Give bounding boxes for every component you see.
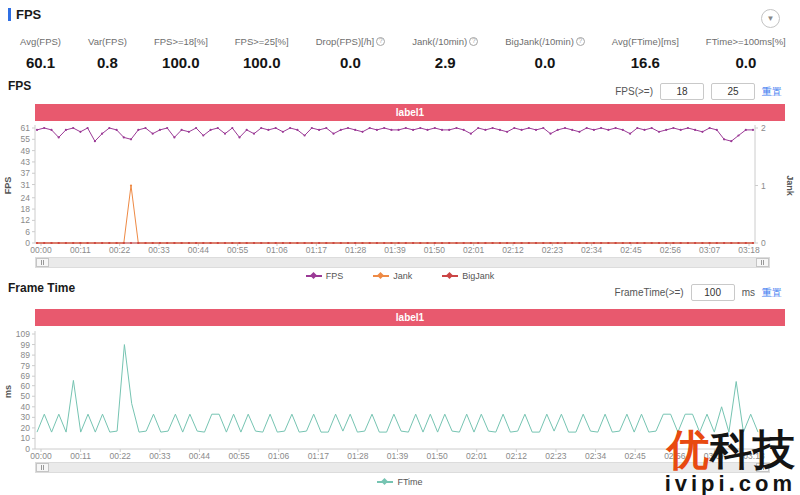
scrollbar-handle-right[interactable] bbox=[756, 258, 769, 267]
legend-item-ftime[interactable]: FTime bbox=[377, 477, 422, 487]
svg-text:Jank: Jank bbox=[785, 175, 795, 197]
info-icon[interactable]: ? bbox=[469, 37, 478, 46]
svg-text:01:50: 01:50 bbox=[424, 245, 446, 255]
svg-text:01:17: 01:17 bbox=[308, 451, 330, 461]
stat-item: FPS>=25[%]100.0 bbox=[235, 36, 289, 71]
svg-text:02:45: 02:45 bbox=[620, 245, 642, 255]
stat-item: Avg(FPS)60.1 bbox=[20, 36, 61, 71]
fps-chart-scrollbar[interactable] bbox=[35, 257, 770, 268]
svg-text:02:56: 02:56 bbox=[660, 245, 682, 255]
scrollbar-handle-left[interactable] bbox=[36, 463, 49, 472]
svg-text:61: 61 bbox=[21, 123, 31, 133]
svg-text:01:06: 01:06 bbox=[266, 245, 288, 255]
frametime-threshold-controls: FrameTime(>=) ms 重置 bbox=[615, 284, 782, 301]
frametime-reset-link[interactable]: 重置 bbox=[762, 286, 782, 300]
fps-chart-legend: FPSJankBigJank bbox=[0, 271, 800, 281]
stat-value: 2.9 bbox=[435, 54, 456, 71]
scrollbar-handle-left[interactable] bbox=[36, 258, 49, 267]
svg-text:00:55: 00:55 bbox=[227, 245, 249, 255]
svg-text:FPS: FPS bbox=[3, 177, 13, 195]
svg-text:02:12: 02:12 bbox=[506, 451, 528, 461]
stat-item: Var(FPS)0.8 bbox=[88, 36, 127, 71]
svg-text:02:12: 02:12 bbox=[502, 245, 524, 255]
svg-text:00:11: 00:11 bbox=[70, 451, 91, 461]
svg-text:10: 10 bbox=[21, 433, 31, 443]
info-icon[interactable]: ? bbox=[376, 37, 385, 46]
svg-text:00:33: 00:33 bbox=[148, 245, 170, 255]
svg-text:00:11: 00:11 bbox=[70, 245, 91, 255]
frametime-chart-banner: label1 bbox=[35, 309, 785, 326]
watermark: 优科技 ivipi.com bbox=[665, 429, 796, 495]
svg-text:02:34: 02:34 bbox=[581, 245, 603, 255]
svg-text:02:45: 02:45 bbox=[625, 451, 647, 461]
stat-value: 16.6 bbox=[631, 54, 660, 71]
legend-label: FTime bbox=[397, 477, 422, 487]
fps-threshold-input-high[interactable] bbox=[711, 83, 755, 100]
svg-text:00:44: 00:44 bbox=[189, 451, 211, 461]
stat-label: Var(FPS) bbox=[88, 36, 127, 47]
panel-title: FPS bbox=[16, 7, 41, 22]
svg-text:20: 20 bbox=[21, 423, 31, 433]
svg-text:109: 109 bbox=[16, 329, 30, 339]
stat-value: 0.0 bbox=[735, 54, 756, 71]
svg-text:49: 49 bbox=[21, 146, 31, 156]
svg-text:00:00: 00:00 bbox=[30, 451, 52, 461]
stat-value: 100.0 bbox=[162, 54, 200, 71]
frametime-unit-label: ms bbox=[742, 287, 755, 298]
stat-value: 60.1 bbox=[26, 54, 55, 71]
svg-text:02:23: 02:23 bbox=[542, 245, 564, 255]
svg-text:31: 31 bbox=[21, 180, 31, 190]
svg-text:01:06: 01:06 bbox=[268, 451, 290, 461]
svg-text:40: 40 bbox=[21, 402, 31, 412]
svg-text:69: 69 bbox=[21, 371, 31, 381]
svg-text:99: 99 bbox=[21, 340, 31, 350]
legend-marker-icon bbox=[442, 275, 458, 277]
svg-text:00:00: 00:00 bbox=[30, 245, 52, 255]
svg-text:55: 55 bbox=[21, 134, 31, 144]
fps-chart-canvas[interactable]: 06121824313743495561FPS012Jank00:0000:11… bbox=[0, 121, 800, 261]
frametime-chart-banner-label: label1 bbox=[396, 312, 424, 323]
frametime-threshold-input[interactable] bbox=[691, 284, 735, 301]
svg-text:00:44: 00:44 bbox=[188, 245, 210, 255]
watermark-brand-first: 优 bbox=[667, 426, 710, 473]
stat-item: Jank(/10min)?2.9 bbox=[412, 36, 478, 71]
stat-label: BigJank(/10min)? bbox=[505, 36, 585, 47]
frametime-chart-scrollbar[interactable] bbox=[35, 462, 770, 473]
stat-item: BigJank(/10min)?0.0 bbox=[505, 36, 585, 71]
stat-label: FPS>=25[%] bbox=[235, 36, 289, 47]
svg-text:01:17: 01:17 bbox=[306, 245, 328, 255]
fps-report-panel: FPS ▼ Avg(FPS)60.1Var(FPS)0.8FPS>=18[%]1… bbox=[0, 0, 800, 495]
svg-text:6: 6 bbox=[25, 227, 30, 237]
fps-threshold-label: FPS(>=) bbox=[615, 86, 653, 97]
collapse-button[interactable]: ▼ bbox=[761, 9, 780, 28]
stat-value: 100.0 bbox=[243, 54, 281, 71]
fps-chart-banner: label1 bbox=[35, 104, 785, 121]
legend-item-bigjank[interactable]: BigJank bbox=[442, 271, 494, 281]
svg-text:00:33: 00:33 bbox=[149, 451, 171, 461]
fps-chart-banner-label: label1 bbox=[396, 107, 424, 118]
legend-label: Jank bbox=[393, 271, 412, 281]
stat-label: Avg(FTime)[ms] bbox=[612, 36, 679, 47]
legend-label: FPS bbox=[326, 271, 344, 281]
legend-item-jank[interactable]: Jank bbox=[373, 271, 412, 281]
svg-text:03:07: 03:07 bbox=[699, 245, 721, 255]
svg-text:02:01: 02:01 bbox=[463, 245, 485, 255]
stats-row: Avg(FPS)60.1Var(FPS)0.8FPS>=18[%]100.0FP… bbox=[20, 36, 740, 71]
legend-label: BigJank bbox=[462, 271, 494, 281]
svg-text:1: 1 bbox=[761, 181, 766, 191]
svg-text:79: 79 bbox=[21, 361, 31, 371]
fps-threshold-controls: FPS(>=) 重置 bbox=[615, 83, 782, 100]
fps-threshold-input-low[interactable] bbox=[660, 83, 704, 100]
svg-text:89: 89 bbox=[21, 350, 31, 360]
svg-text:03:18: 03:18 bbox=[738, 245, 760, 255]
stat-value: 0.0 bbox=[535, 54, 556, 71]
stat-item: FPS>=18[%]100.0 bbox=[154, 36, 208, 71]
fps-reset-link[interactable]: 重置 bbox=[762, 85, 782, 99]
watermark-brand: 优科技 bbox=[665, 429, 796, 471]
info-icon[interactable]: ? bbox=[576, 37, 585, 46]
stat-value: 0.0 bbox=[340, 54, 361, 71]
panel-header: FPS bbox=[8, 7, 41, 22]
legend-item-fps[interactable]: FPS bbox=[306, 271, 344, 281]
frametime-threshold-label: FrameTime(>=) bbox=[615, 287, 684, 298]
svg-text:12: 12 bbox=[21, 215, 31, 225]
